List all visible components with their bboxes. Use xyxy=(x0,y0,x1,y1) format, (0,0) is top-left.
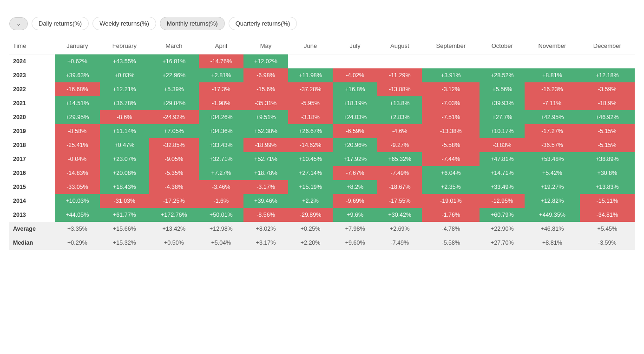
value-cell: -24.92% xyxy=(149,110,199,124)
value-cell: -31.03% xyxy=(100,194,149,208)
value-cell: +65.32% xyxy=(377,152,422,166)
value-cell: -4.02% xyxy=(333,68,377,82)
value-cell: -15.11% xyxy=(580,194,635,208)
value-cell: +29.84% xyxy=(149,96,199,110)
value-cell: +12.02% xyxy=(243,54,288,69)
year-cell: 2019 xyxy=(9,124,55,138)
value-cell: -15.6% xyxy=(243,82,288,96)
value-cell: +3.91% xyxy=(422,68,480,82)
table-header: TimeJanuaryFebruaryMarchAprilMayJuneJuly… xyxy=(9,38,635,54)
value-cell: +46.92% xyxy=(580,110,635,124)
year-cell: 2020 xyxy=(9,110,55,124)
value-cell: -6.59% xyxy=(333,124,377,138)
table-row: 2015-33.05%+18.43%-4.38%-3.46%-3.17%+15.… xyxy=(9,180,635,194)
median-cell: +27.70% xyxy=(480,236,525,250)
value-cell: +2.2% xyxy=(288,194,333,208)
value-cell: +28.52% xyxy=(480,68,525,82)
col-header-march: March xyxy=(149,38,199,54)
value-cell: -18.99% xyxy=(243,138,288,152)
value-cell: -0.04% xyxy=(55,152,100,166)
value-cell xyxy=(377,54,422,69)
col-header-august: August xyxy=(377,38,422,54)
value-cell: -16.23% xyxy=(525,82,579,96)
value-cell xyxy=(422,54,480,69)
col-header-april: April xyxy=(199,38,243,54)
value-cell: +16.81% xyxy=(149,54,199,69)
value-cell: -29.89% xyxy=(288,208,333,222)
value-cell: -17.3% xyxy=(199,82,243,96)
quarterly-returns-btn[interactable]: Quarterly returns(%) xyxy=(229,17,297,30)
median-cell: +9.60% xyxy=(333,236,377,250)
value-cell: +42.95% xyxy=(525,110,579,124)
average-cell: +3.35% xyxy=(55,222,100,236)
value-cell: +12.21% xyxy=(100,82,149,96)
col-header-time: Time xyxy=(9,38,55,54)
median-cell: +2.20% xyxy=(288,236,333,250)
value-cell: -9.27% xyxy=(377,138,422,152)
value-cell: +32.71% xyxy=(199,152,243,166)
value-cell: +0.03% xyxy=(100,68,149,82)
year-cell: 2022 xyxy=(9,82,55,96)
table-row: 2016-14.83%+20.08%-5.35%+7.27%+18.78%+27… xyxy=(9,166,635,180)
value-cell: -7.03% xyxy=(422,96,480,110)
value-cell: -14.62% xyxy=(288,138,333,152)
value-cell: -1.98% xyxy=(199,96,243,110)
value-cell: +6.04% xyxy=(422,166,480,180)
value-cell: -9.69% xyxy=(333,194,377,208)
year-cell: 2018 xyxy=(9,138,55,152)
value-cell: +13.8% xyxy=(377,96,422,110)
value-cell: +14.71% xyxy=(480,166,525,180)
table-row: 2022-16.68%+12.21%+5.39%-17.3%-15.6%-37.… xyxy=(9,82,635,96)
value-cell: +36.78% xyxy=(100,96,149,110)
table-row: 2018-25.41%+0.47%-32.85%+33.43%-18.99%-1… xyxy=(9,138,635,152)
value-cell: +60.79% xyxy=(480,208,525,222)
year-cell: 2015 xyxy=(9,180,55,194)
value-cell: +0.47% xyxy=(100,138,149,152)
table-row: 2014+10.03%-31.03%-17.25%-1.6%+39.46%+2.… xyxy=(9,194,635,208)
value-cell: -18.9% xyxy=(580,96,635,110)
value-cell: -4.6% xyxy=(377,124,422,138)
value-cell: +5.42% xyxy=(525,166,579,180)
value-cell: +12.82% xyxy=(525,194,579,208)
monthly-returns-btn[interactable]: Monthly returns(%) xyxy=(160,17,225,30)
value-cell: -35.31% xyxy=(243,96,288,110)
value-cell: +0.62% xyxy=(55,54,100,69)
col-header-january: January xyxy=(55,38,100,54)
value-cell: +9.51% xyxy=(243,110,288,124)
value-cell: +12.18% xyxy=(580,68,635,82)
average-label: Average xyxy=(9,222,55,236)
average-cell: +15.66% xyxy=(100,222,149,236)
value-cell xyxy=(525,54,579,69)
value-cell: -19.01% xyxy=(422,194,480,208)
value-cell: +18.19% xyxy=(333,96,377,110)
value-cell: +50.01% xyxy=(199,208,243,222)
returns-table: TimeJanuaryFebruaryMarchAprilMayJuneJuly… xyxy=(9,38,635,250)
asset-selector[interactable] xyxy=(9,17,28,30)
value-cell: -17.55% xyxy=(377,194,422,208)
table-row: 2023+39.63%+0.03%+22.96%+2.81%-6.98%+11.… xyxy=(9,68,635,82)
table-row: 2019-8.58%+11.14%+7.05%+34.36%+52.38%+26… xyxy=(9,124,635,138)
value-cell: -3.12% xyxy=(422,82,480,96)
value-cell: -8.6% xyxy=(100,110,149,124)
value-cell: -9.05% xyxy=(149,152,199,166)
value-cell: -13.88% xyxy=(377,82,422,96)
daily-returns-btn[interactable]: Daily returns(%) xyxy=(32,17,89,30)
value-cell: -34.81% xyxy=(580,208,635,222)
value-cell: -3.18% xyxy=(288,110,333,124)
weekly-returns-btn[interactable]: Weekly returns(%) xyxy=(92,17,156,30)
average-cell: +12.98% xyxy=(199,222,243,236)
average-cell: +22.90% xyxy=(480,222,525,236)
col-header-october: October xyxy=(480,38,525,54)
value-cell: -3.83% xyxy=(480,138,525,152)
value-cell: -3.59% xyxy=(580,82,635,96)
value-cell: +24.03% xyxy=(333,110,377,124)
value-cell: +172.76% xyxy=(149,208,199,222)
table-row: 2020+29.95%-8.6%-24.92%+34.26%+9.51%-3.1… xyxy=(9,110,635,124)
value-cell: +20.08% xyxy=(100,166,149,180)
value-cell xyxy=(580,54,635,69)
year-cell: 2017 xyxy=(9,152,55,166)
median-cell: +0.50% xyxy=(149,236,199,250)
value-cell: -1.76% xyxy=(422,208,480,222)
value-cell: +13.83% xyxy=(580,180,635,194)
value-cell: -14.76% xyxy=(199,54,243,69)
